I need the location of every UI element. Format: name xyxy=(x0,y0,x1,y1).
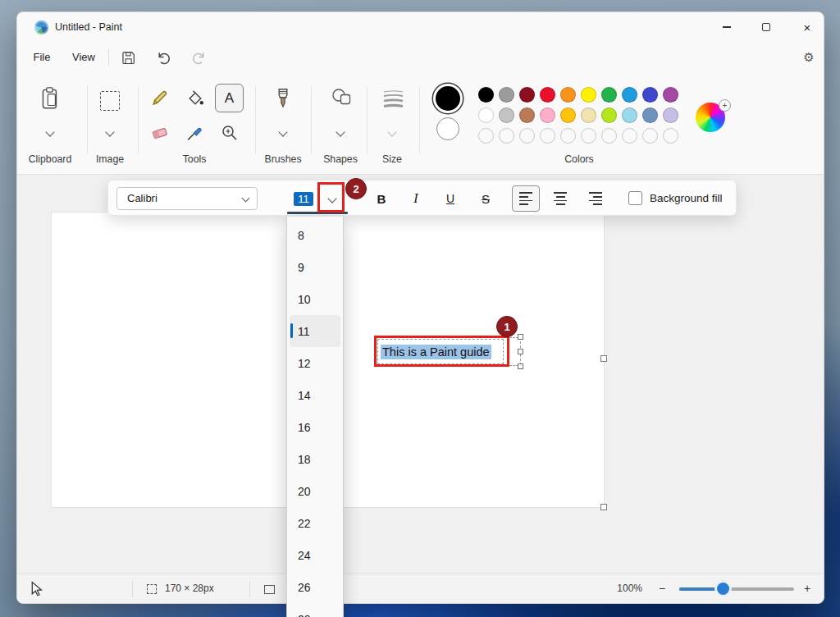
underline-button[interactable]: U xyxy=(436,185,464,212)
menu-view[interactable]: View xyxy=(65,45,103,70)
textbox-handle-bottom-right[interactable] xyxy=(518,363,523,369)
menu-file[interactable]: File xyxy=(25,45,58,70)
status-separator xyxy=(249,581,250,597)
redo-button[interactable] xyxy=(186,45,211,70)
canvas-resize-handle-right[interactable] xyxy=(600,355,607,362)
background-fill-checkbox[interactable] xyxy=(628,191,642,205)
font-size-option-label: 8 xyxy=(298,229,304,242)
size-button[interactable] xyxy=(379,86,407,111)
image-dropdown-chevron-icon[interactable] xyxy=(105,127,114,136)
palette-empty-slot[interactable] xyxy=(642,128,658,144)
magnifier-tool-button[interactable] xyxy=(218,121,240,144)
font-size-option-18[interactable]: 18 xyxy=(287,443,343,475)
settings-button[interactable]: ⚙ xyxy=(797,45,821,70)
zoom-out-button[interactable]: − xyxy=(654,574,670,603)
palette-color-swatch[interactable] xyxy=(581,87,596,103)
font-size-option-10[interactable]: 10 xyxy=(287,283,343,315)
font-size-option-16[interactable]: 16 xyxy=(287,411,343,443)
palette-color-swatch[interactable] xyxy=(478,87,494,103)
palette-color-swatch[interactable] xyxy=(560,107,576,123)
palette-color-swatch[interactable] xyxy=(540,107,555,123)
palette-color-swatch[interactable] xyxy=(499,87,514,103)
image-select-button[interactable] xyxy=(97,88,123,114)
align-center-button[interactable] xyxy=(546,185,574,212)
palette-color-swatch[interactable] xyxy=(581,107,596,123)
palette-color-swatch[interactable] xyxy=(622,87,637,103)
maximize-button[interactable] xyxy=(748,13,784,41)
font-size-option-9[interactable]: 9 xyxy=(287,251,343,283)
fill-tool-button[interactable] xyxy=(184,87,206,109)
palette-empty-slot[interactable] xyxy=(581,128,596,144)
palette-color-swatch[interactable] xyxy=(642,107,658,123)
font-size-option-14[interactable]: 14 xyxy=(287,379,343,411)
palette-color-swatch[interactable] xyxy=(642,87,658,103)
canvas-resize-handle-corner[interactable] xyxy=(600,504,607,510)
font-size-dropdown[interactable]: 891011121416182022242628 xyxy=(286,216,344,617)
undo-button[interactable] xyxy=(151,45,176,70)
palette-empty-slot[interactable] xyxy=(601,128,617,144)
group-label-brushes: Brushes xyxy=(250,153,316,165)
palette-empty-slot[interactable] xyxy=(478,128,494,144)
palette-empty-slot[interactable] xyxy=(560,128,576,144)
font-size-option-label: 22 xyxy=(298,517,311,530)
ribbon-divider xyxy=(138,86,139,153)
font-size-option-20[interactable]: 20 xyxy=(287,475,343,507)
strikethrough-button[interactable]: S xyxy=(472,185,500,212)
palette-color-swatch[interactable] xyxy=(601,107,617,123)
palette-empty-slot[interactable] xyxy=(540,128,555,144)
font-size-option-26[interactable]: 26 xyxy=(287,571,343,603)
palette-color-swatch[interactable] xyxy=(519,107,535,123)
font-size-input[interactable]: 11 xyxy=(290,187,317,210)
textbox-handle-top-right[interactable] xyxy=(518,334,523,340)
palette-color-swatch[interactable] xyxy=(601,87,617,103)
italic-button[interactable]: I xyxy=(402,185,430,212)
palette-color-swatch[interactable] xyxy=(560,87,576,103)
palette-color-swatch[interactable] xyxy=(478,107,494,123)
brushes-button[interactable] xyxy=(270,83,296,114)
font-size-option-24[interactable]: 24 xyxy=(287,539,343,571)
palette-color-swatch[interactable] xyxy=(519,87,535,103)
font-family-combobox[interactable]: Calibri xyxy=(116,187,258,210)
clipboard-dropdown-chevron-icon[interactable] xyxy=(45,127,54,136)
palette-color-swatch[interactable] xyxy=(540,87,555,103)
annotation-badge-1: 1 xyxy=(496,316,518,337)
palette-color-swatch[interactable] xyxy=(622,107,637,123)
color-picker-tool-button[interactable] xyxy=(184,121,206,144)
color2-swatch[interactable] xyxy=(436,117,459,140)
zoom-in-button[interactable]: + xyxy=(799,574,815,603)
palette-color-swatch[interactable] xyxy=(663,107,678,123)
size-dropdown-chevron-icon[interactable] xyxy=(387,127,396,136)
line-size-icon xyxy=(380,87,406,110)
shapes-button[interactable] xyxy=(327,85,355,112)
palette-empty-slot[interactable] xyxy=(622,128,637,144)
font-size-option-12[interactable]: 12 xyxy=(287,347,343,379)
textbox-handle-right[interactable] xyxy=(518,349,523,354)
close-button[interactable]: × xyxy=(789,13,825,41)
color1-swatch[interactable] xyxy=(436,86,460,111)
palette-color-swatch[interactable] xyxy=(663,87,678,103)
brushes-dropdown-chevron-icon[interactable] xyxy=(278,127,287,136)
clipboard-button[interactable] xyxy=(37,83,63,114)
zoom-slider-thumb[interactable] xyxy=(717,583,729,595)
palette-empty-slot[interactable] xyxy=(519,128,535,144)
eraser-tool-button[interactable] xyxy=(148,121,171,144)
zoom-slider-track[interactable] xyxy=(679,587,794,591)
font-size-option-22[interactable]: 22 xyxy=(287,507,343,539)
font-size-option-28[interactable]: 28 xyxy=(287,603,343,617)
font-size-option-11[interactable]: 11 xyxy=(290,315,340,347)
palette-empty-slot[interactable] xyxy=(499,128,514,144)
shapes-dropdown-chevron-icon[interactable] xyxy=(336,127,345,136)
font-size-option-8[interactable]: 8 xyxy=(287,219,343,251)
align-right-button[interactable] xyxy=(581,185,609,212)
group-label-colors: Colors xyxy=(546,153,612,165)
align-left-button[interactable] xyxy=(512,185,540,212)
pencil-tool-button[interactable] xyxy=(148,87,171,109)
status-separator xyxy=(132,581,133,597)
menu-separator xyxy=(108,49,109,66)
save-button[interactable] xyxy=(116,45,140,70)
palette-color-swatch[interactable] xyxy=(499,107,514,123)
palette-empty-slot[interactable] xyxy=(663,128,678,144)
minimize-button[interactable] xyxy=(709,13,745,41)
text-tool-button[interactable]: A xyxy=(215,84,244,112)
bold-button[interactable]: B xyxy=(368,185,395,212)
